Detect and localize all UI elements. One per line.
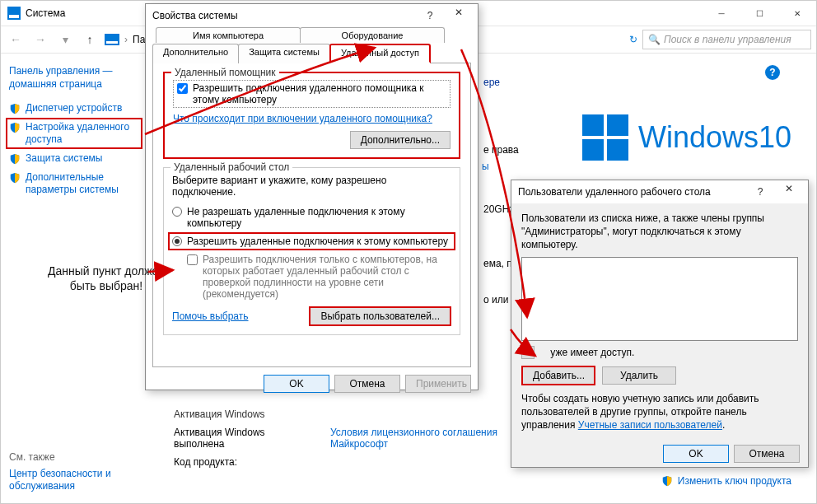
nav-up-icon[interactable]: ↑ — [80, 30, 100, 49]
license-terms-link[interactable]: Условия лицензионного соглашения Майкрос… — [330, 427, 511, 450]
group-title: Удаленный рабочий стол — [170, 161, 292, 173]
windows-logo-icon — [582, 114, 628, 161]
cancel-button[interactable]: Отмена — [334, 375, 400, 393]
win10-text: Windows — [638, 120, 759, 154]
checkbox-icon[interactable] — [187, 254, 198, 265]
help-choose-link[interactable]: Помочь выбрать — [172, 310, 249, 322]
group-prompt: Выберите вариант и укажите, кому разреше… — [172, 175, 451, 198]
shield-icon — [661, 475, 673, 487]
select-users-button[interactable]: Выбрать пользователей... — [309, 306, 451, 326]
product-code-label: Код продукта: — [174, 456, 314, 468]
radio-label: Не разрешать удаленные подключения к это… — [187, 206, 451, 229]
radio-allow-remote[interactable]: Разрешить удаленные подключения к этому … — [168, 232, 455, 250]
sidebar-item-label: Дополнительные параметры системы — [26, 171, 139, 196]
nav-recent-icon[interactable]: ▾ — [55, 30, 75, 49]
sidebar-item-remote-settings[interactable]: Настройка удаленного доступа — [6, 118, 142, 149]
dialog-title: Свойства системы — [152, 10, 417, 21]
change-params-link[interactable]: ы — [482, 161, 489, 172]
tab-system-protection[interactable]: Защита системы — [238, 44, 330, 63]
sidebar-item-advanced-settings[interactable]: Дополнительные параметры системы — [9, 171, 139, 196]
dialog-help-button[interactable]: ? — [747, 186, 773, 198]
dialog-close-button[interactable]: ✕ — [773, 183, 805, 201]
tab-remote[interactable]: Удаленный доступ — [329, 44, 431, 63]
dialog-close-button[interactable]: ✕ — [443, 7, 474, 25]
change-product-key-link[interactable]: Изменить ключ продукта — [678, 475, 791, 487]
add-button[interactable]: Добавить... — [521, 366, 595, 385]
radio-icon — [172, 236, 182, 246]
cp-home-link[interactable]: Панель управления — домашняя страница — [9, 65, 139, 91]
partial-rights: е права — [483, 144, 519, 156]
tab-computer-name[interactable]: Имя компьютера — [156, 27, 301, 43]
cancel-button[interactable]: Отмена — [734, 445, 800, 463]
win10-num: 10 — [759, 120, 791, 154]
remove-button[interactable]: Удалить — [602, 366, 676, 385]
nav-back-icon[interactable]: ← — [6, 30, 26, 49]
windows10-logo: Windows10 — [582, 114, 791, 161]
tab-hardware[interactable]: Оборудование — [300, 27, 445, 43]
partial-proc: 20GHz — [483, 203, 514, 215]
sidebar-item-device-manager[interactable]: Диспетчер устройств — [9, 102, 139, 114]
partial-mem: ема, п — [483, 258, 512, 269]
search-icon: 🔍 — [648, 34, 661, 45]
dialog-title: Пользователи удаленного рабочего стола — [518, 186, 747, 198]
shield-icon — [9, 172, 21, 184]
checkbox-label: Разрешить подключения удаленного помощни… — [193, 82, 446, 105]
search-input[interactable]: 🔍 Поиск в панели управления — [642, 30, 811, 49]
dialog-help-button[interactable]: ? — [417, 10, 443, 21]
refresh-icon[interactable]: ↻ — [629, 34, 637, 45]
sidebar-item-label: Защита системы — [26, 152, 102, 165]
shield-icon — [9, 153, 21, 165]
help-icon[interactable]: ? — [765, 65, 780, 80]
advanced-button[interactable]: Дополнительно... — [350, 131, 451, 149]
annotation-text: Данный пункт должен быть выбран! — [44, 264, 168, 293]
sidebar-item-label: Настройка удаленного доступа — [26, 121, 139, 146]
remote-assistance-help-link[interactable]: Что происходит при включении удаленного … — [173, 113, 432, 124]
already-has-access: уже имеет доступ. — [550, 347, 634, 358]
checkbox-icon[interactable] — [177, 83, 188, 94]
user-accounts-link[interactable]: Учетные записи пользователей — [578, 419, 722, 431]
radio-dont-allow[interactable]: Не разрешать удаленные подключения к это… — [172, 206, 451, 229]
remote-assistance-group: Удаленный помощник Разрешить подключения… — [163, 72, 460, 159]
shield-icon — [9, 122, 21, 133]
system-properties-dialog: Свойства системы ? ✕ Имя компьютера Обор… — [145, 3, 479, 390]
users-intro: Пользователи из списка ниже, а также чле… — [521, 212, 798, 252]
sidebar-item-system-protection[interactable]: Защита системы — [9, 152, 139, 165]
apply-button: Применить — [405, 375, 471, 393]
shield-icon — [9, 103, 21, 114]
radio-icon — [172, 207, 182, 217]
radio-label: Разрешить удаленные подключения к этому … — [187, 236, 448, 247]
minimize-button[interactable]: ─ — [703, 1, 740, 26]
group-title: Удаленный помощник — [171, 67, 279, 78]
sidebar-footer-heading: См. также — [9, 451, 139, 463]
addr-sep-icon: › — [124, 34, 128, 45]
maximize-button[interactable]: ☐ — [740, 1, 778, 26]
partial-pen: о или — [483, 294, 508, 306]
user-icon — [521, 346, 535, 359]
partial-heading: ере — [483, 77, 500, 88]
nav-forward-icon[interactable]: → — [30, 30, 50, 49]
nla-checkbox[interactable]: Разрешить подключения только с компьютер… — [187, 254, 451, 300]
dialog-tabs: Имя компьютера Оборудование Дополнительн… — [146, 27, 478, 63]
search-placeholder: Поиск в панели управления — [664, 34, 791, 45]
address-icon — [105, 34, 119, 45]
users-listbox[interactable] — [521, 257, 798, 341]
activation-status: Активация Windows выполнена — [174, 427, 314, 450]
ok-button[interactable]: OK — [264, 375, 329, 393]
allow-remote-assistance-check[interactable]: Разрешить подключения удаленного помощни… — [173, 80, 451, 108]
system-icon — [7, 7, 21, 20]
ok-button[interactable]: OK — [663, 445, 729, 463]
checkbox-label: Разрешить подключения только с компьютер… — [203, 254, 451, 300]
remote-desktop-group: Удаленный рабочий стол Выберите вариант … — [163, 167, 460, 335]
close-button[interactable]: ✕ — [778, 1, 816, 26]
tab-advanced[interactable]: Дополнительно — [152, 44, 239, 63]
rdp-users-dialog: Пользователи удаленного рабочего стола ?… — [511, 180, 809, 468]
sidebar-footer-link[interactable]: Центр безопасности и обслуживания — [9, 468, 139, 493]
sidebar-item-label: Диспетчер устройств — [26, 102, 122, 114]
